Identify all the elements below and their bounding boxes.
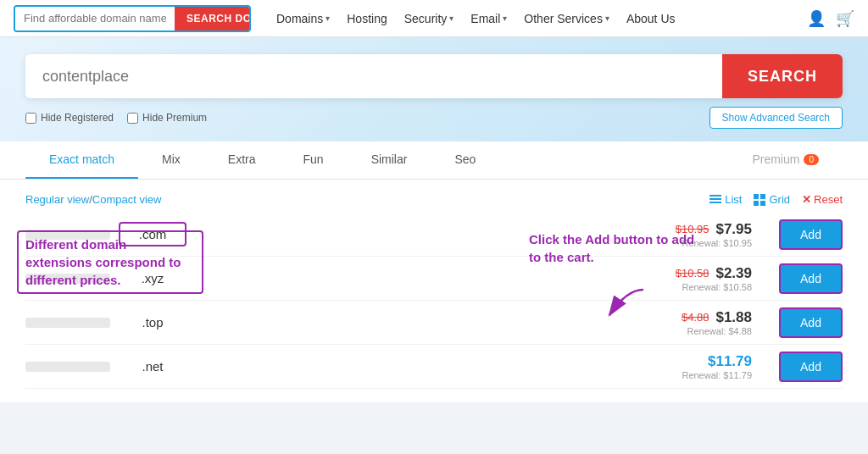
price-current: $2.39 bbox=[715, 265, 752, 282]
chevron-down-icon: ▾ bbox=[503, 14, 507, 23]
table-row: .top $4.88 $1.88 Renewal: $4.88 Add bbox=[25, 301, 843, 345]
add-to-cart-button[interactable]: Add bbox=[779, 307, 843, 338]
price-group: $10.58 $2.39 Renewal: $10.58 bbox=[676, 265, 765, 292]
navbar-search-input[interactable] bbox=[15, 7, 175, 30]
price-original: $10.58 bbox=[676, 267, 709, 280]
nav-security[interactable]: Security ▾ bbox=[404, 12, 454, 25]
advanced-search-button[interactable]: Show Advanced Search bbox=[709, 107, 843, 129]
renewal-price: Renewal: $11.79 bbox=[682, 370, 752, 380]
svg-rect-6 bbox=[760, 201, 765, 206]
nav-email[interactable]: Email ▾ bbox=[470, 12, 507, 25]
hero-search-bar: SEARCH bbox=[25, 54, 843, 98]
tab-fun[interactable]: Fun bbox=[280, 141, 348, 179]
reset-button[interactable]: ✕ Reset bbox=[802, 193, 843, 206]
hide-premium-filter[interactable]: Hide Premium bbox=[127, 112, 207, 124]
nav-other-services[interactable]: Other Services ▾ bbox=[524, 12, 609, 25]
svg-rect-5 bbox=[754, 201, 759, 206]
tab-similar[interactable]: Similar bbox=[348, 141, 431, 179]
grid-icon bbox=[754, 194, 765, 206]
svg-rect-0 bbox=[709, 195, 721, 197]
list-icon bbox=[709, 194, 721, 206]
domain-extension: .top bbox=[119, 312, 186, 333]
table-row: .net $11.79 Renewal: $11.79 Add bbox=[25, 345, 843, 389]
hero-filters: Hide Registered Hide Premium Show Advanc… bbox=[25, 107, 843, 129]
price-current: $7.95 bbox=[715, 221, 752, 238]
domain-name-blur bbox=[25, 318, 110, 328]
cart-icon[interactable]: 🛒 bbox=[836, 9, 854, 28]
grid-view-button[interactable]: Grid bbox=[754, 193, 790, 206]
tab-premium[interactable]: Premium 0 bbox=[728, 141, 843, 179]
add-to-cart-button[interactable]: Add bbox=[779, 219, 843, 250]
main-content: Regular view/Compact view List Grid ✕ Re… bbox=[0, 180, 868, 402]
nav-about-us[interactable]: About Us bbox=[626, 12, 676, 25]
tab-exact-match[interactable]: Exact match bbox=[25, 141, 138, 179]
hero-search-button[interactable]: SEARCH bbox=[722, 54, 843, 98]
premium-badge: 0 bbox=[804, 154, 819, 165]
tabs-row: Exact match Mix Extra Fun Similar Seo Pr… bbox=[25, 141, 843, 179]
navbar-icons: 👤 🛒 bbox=[807, 9, 854, 28]
list-view-button[interactable]: List bbox=[709, 193, 742, 206]
svg-rect-1 bbox=[709, 198, 721, 200]
chevron-down-icon: ▾ bbox=[326, 14, 330, 23]
svg-rect-4 bbox=[760, 194, 765, 199]
annotation-left: Different domain extensions correspond t… bbox=[17, 230, 203, 294]
arrow-icon bbox=[576, 281, 660, 332]
price-group: $11.79 Renewal: $11.79 bbox=[682, 353, 765, 380]
price-group: $4.88 $1.88 Renewal: $4.88 bbox=[682, 309, 765, 336]
price-current: $11.79 bbox=[708, 353, 752, 370]
navbar: SEARCH DOMAIN Domains ▾ Hosting Security… bbox=[0, 0, 868, 37]
svg-rect-3 bbox=[754, 194, 759, 199]
hide-registered-checkbox[interactable] bbox=[25, 113, 36, 124]
domain-name-blur bbox=[25, 362, 110, 372]
tab-mix[interactable]: Mix bbox=[138, 141, 204, 179]
view-compact-toggle[interactable]: Regular view/Compact view bbox=[25, 193, 161, 206]
annotation-right: Click the Add button to add to the cart. bbox=[529, 230, 698, 266]
svg-rect-2 bbox=[709, 202, 721, 203]
hero-search-input[interactable] bbox=[25, 54, 722, 98]
navbar-search: SEARCH DOMAIN bbox=[14, 5, 251, 32]
add-to-cart-button[interactable]: Add bbox=[779, 263, 843, 294]
add-to-cart-button[interactable]: Add bbox=[779, 352, 843, 382]
navbar-search-button[interactable]: SEARCH DOMAIN bbox=[175, 7, 251, 30]
renewal-price: Renewal: $4.88 bbox=[687, 326, 752, 336]
tab-seo[interactable]: Seo bbox=[431, 141, 499, 179]
main-nav: Domains ▾ Hosting Security ▾ Email ▾ Oth… bbox=[276, 12, 807, 25]
hero-section: SEARCH Hide Registered Hide Premium Show… bbox=[0, 37, 868, 141]
price-current: $1.88 bbox=[715, 309, 752, 326]
nav-domains[interactable]: Domains ▾ bbox=[276, 12, 330, 25]
hide-registered-filter[interactable]: Hide Registered bbox=[25, 112, 114, 124]
hide-premium-checkbox[interactable] bbox=[127, 113, 138, 124]
user-icon[interactable]: 👤 bbox=[807, 9, 826, 28]
domain-extension: .net bbox=[119, 356, 186, 377]
tabs-section: Exact match Mix Extra Fun Similar Seo Pr… bbox=[0, 141, 868, 180]
chevron-down-icon: ▾ bbox=[605, 14, 609, 23]
chevron-down-icon: ▾ bbox=[449, 14, 453, 23]
nav-hosting[interactable]: Hosting bbox=[347, 12, 387, 25]
renewal-price: Renewal: $10.58 bbox=[682, 282, 752, 292]
price-original: $4.88 bbox=[682, 311, 709, 324]
tab-extra[interactable]: Extra bbox=[204, 141, 280, 179]
